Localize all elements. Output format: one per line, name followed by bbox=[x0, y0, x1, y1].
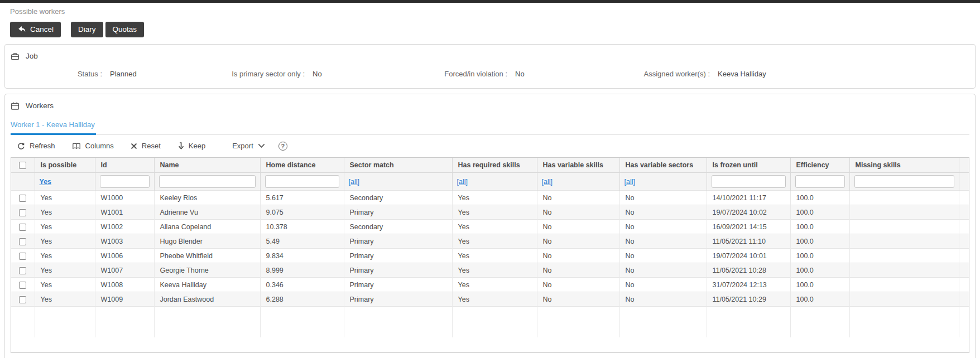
cell-id: W1003 bbox=[95, 234, 154, 249]
cell-home-distance: 6.288 bbox=[260, 292, 344, 307]
filter-name-input[interactable] bbox=[159, 175, 256, 188]
job-assigned-workers-value: Keeva Halliday bbox=[718, 70, 766, 78]
col-has-variable-skills: Has variable skills bbox=[537, 158, 619, 173]
filter-id-input[interactable] bbox=[100, 175, 150, 188]
cancel-button[interactable]: Cancel bbox=[10, 22, 61, 37]
reply-arrow-icon bbox=[17, 26, 26, 33]
cell-has-required-skills: Yes bbox=[452, 205, 537, 220]
row-check-cell bbox=[11, 249, 35, 263]
col-is-frozen-until: Is frozen until bbox=[707, 158, 790, 173]
records-count: Records:8 bbox=[5, 353, 975, 358]
keep-button[interactable]: Keep bbox=[177, 142, 205, 150]
cell-has-required-skills: Yes bbox=[452, 278, 537, 292]
help-button[interactable]: ? bbox=[278, 142, 287, 151]
job-fields: Status : Planned Is primary sector only … bbox=[5, 62, 975, 88]
filter-frozen-until-input[interactable] bbox=[712, 175, 786, 188]
empty-grid-area bbox=[11, 307, 969, 337]
job-status-label: Status : bbox=[5, 70, 102, 78]
cell-missing-skills bbox=[849, 220, 959, 234]
reset-button[interactable]: Reset bbox=[131, 142, 161, 150]
row-check-cell bbox=[11, 263, 35, 278]
col-missing-skills: Missing skills bbox=[849, 158, 959, 173]
col-spacer bbox=[959, 158, 969, 173]
cell-missing-skills bbox=[849, 205, 959, 220]
filter-sector-match-link[interactable]: [all] bbox=[349, 178, 359, 186]
row-checkbox[interactable] bbox=[19, 195, 26, 202]
select-all-checkbox[interactable] bbox=[19, 162, 26, 169]
chevron-down-icon bbox=[258, 143, 265, 148]
cell-id: W1000 bbox=[95, 191, 154, 205]
cell-is-frozen-until: 19/07/2024 10:02 bbox=[707, 205, 790, 220]
cell-name: Georgie Thorne bbox=[154, 263, 260, 278]
job-panel-header: Job bbox=[5, 45, 975, 62]
worker-row-w1007[interactable]: Yes W1007 Georgie Thorne 8.999 Primary Y… bbox=[11, 263, 969, 278]
job-field-forced-violation: Forced/in violation : No bbox=[410, 70, 613, 78]
worker-row-w1002[interactable]: Yes W1002 Allana Copeland 10.378 Seconda… bbox=[11, 220, 969, 234]
worker-row-w1008[interactable]: Yes W1008 Keeva Halliday 0.346 Primary Y… bbox=[11, 278, 969, 292]
row-checkbox[interactable] bbox=[19, 209, 26, 216]
filter-home-distance-input[interactable] bbox=[265, 175, 339, 188]
row-checkbox[interactable] bbox=[19, 282, 26, 289]
cell-sector-match: Secondary bbox=[344, 220, 452, 234]
worker-row-w1001[interactable]: Yes W1001 Adrienne Vu 9.075 Primary Yes … bbox=[11, 205, 969, 220]
cell-has-variable-skills: No bbox=[537, 249, 619, 263]
cell-efficiency: 100.0 bbox=[790, 249, 849, 263]
cell-is-frozen-until: 19/07/2024 10:01 bbox=[707, 249, 790, 263]
filter-is-possible-link[interactable]: Yes bbox=[40, 178, 52, 186]
worker-tabbar: Worker 1 - Keeva Halliday bbox=[11, 117, 969, 135]
col-efficiency: Efficiency bbox=[790, 158, 849, 173]
cell-is-possible: Yes bbox=[35, 278, 95, 292]
columns-button[interactable]: Columns bbox=[72, 142, 114, 150]
row-checkbox[interactable] bbox=[19, 238, 26, 245]
worker-row-w1003[interactable]: Yes W1003 Hugo Blender 5.49 Primary Yes … bbox=[11, 234, 969, 249]
cell-end-spacer bbox=[959, 205, 969, 220]
worker-row-w1009[interactable]: Yes W1009 Jordan Eastwood 6.288 Primary … bbox=[11, 292, 969, 307]
export-dropdown[interactable]: Export bbox=[232, 142, 265, 150]
row-checkbox[interactable] bbox=[19, 224, 26, 231]
job-field-status: Status : Planned bbox=[5, 70, 208, 78]
cell-is-frozen-until: 11/05/2021 10:29 bbox=[707, 292, 790, 307]
filter-variable-skills-link[interactable]: [all] bbox=[542, 178, 553, 186]
cell-end-spacer bbox=[959, 191, 969, 205]
cell-has-variable-sectors: No bbox=[619, 220, 707, 234]
keep-label: Keep bbox=[189, 142, 205, 150]
worker-row-w1006[interactable]: Yes W1006 Pheobe Whitfield 9.834 Primary… bbox=[11, 249, 969, 263]
cell-name: Hugo Blender bbox=[154, 234, 260, 249]
job-primary-sector-value: No bbox=[313, 70, 322, 78]
row-checkbox[interactable] bbox=[19, 296, 26, 303]
filter-required-skills-link[interactable]: [all] bbox=[457, 178, 468, 186]
cell-end-spacer bbox=[959, 263, 969, 278]
filter-check-spacer bbox=[11, 173, 35, 191]
col-home-distance: Home distance bbox=[260, 158, 344, 173]
cell-has-variable-skills: No bbox=[537, 292, 619, 307]
worker-row-w1000[interactable]: Yes W1000 Keeley Rios 5.617 Secondary Ye… bbox=[11, 191, 969, 205]
filter-efficiency-input[interactable] bbox=[795, 175, 845, 188]
cell-has-variable-sectors: No bbox=[619, 191, 707, 205]
cell-home-distance: 9.834 bbox=[260, 249, 344, 263]
filter-variable-sectors-link[interactable]: [all] bbox=[624, 178, 635, 186]
cell-missing-skills bbox=[849, 278, 959, 292]
cell-home-distance: 5.617 bbox=[260, 191, 344, 205]
cell-missing-skills bbox=[849, 249, 959, 263]
diary-button[interactable]: Diary bbox=[71, 22, 103, 37]
cell-has-variable-sectors: No bbox=[619, 278, 707, 292]
tab-worker-1[interactable]: Worker 1 - Keeva Halliday bbox=[11, 117, 96, 135]
cell-name: Keeva Halliday bbox=[154, 278, 260, 292]
row-checkbox[interactable] bbox=[19, 253, 26, 260]
quotas-button[interactable]: Quotas bbox=[105, 22, 145, 37]
cell-has-variable-skills: No bbox=[537, 191, 619, 205]
cell-sector-match: Primary bbox=[344, 263, 452, 278]
cell-id: W1008 bbox=[95, 278, 154, 292]
refresh-button[interactable]: Refresh bbox=[17, 142, 55, 150]
row-check-cell bbox=[11, 191, 35, 205]
cell-sector-match: Primary bbox=[344, 278, 452, 292]
refresh-label: Refresh bbox=[30, 142, 55, 150]
row-checkbox[interactable] bbox=[19, 267, 26, 274]
cell-sector-match: Primary bbox=[344, 234, 452, 249]
cell-is-possible: Yes bbox=[35, 263, 95, 278]
row-check-cell bbox=[11, 205, 35, 220]
cell-id: W1007 bbox=[95, 263, 154, 278]
cell-efficiency: 100.0 bbox=[790, 191, 849, 205]
workers-grid: Is possible Id Name Home distance Sector… bbox=[11, 157, 969, 353]
filter-missing-skills-input[interactable] bbox=[854, 175, 954, 188]
